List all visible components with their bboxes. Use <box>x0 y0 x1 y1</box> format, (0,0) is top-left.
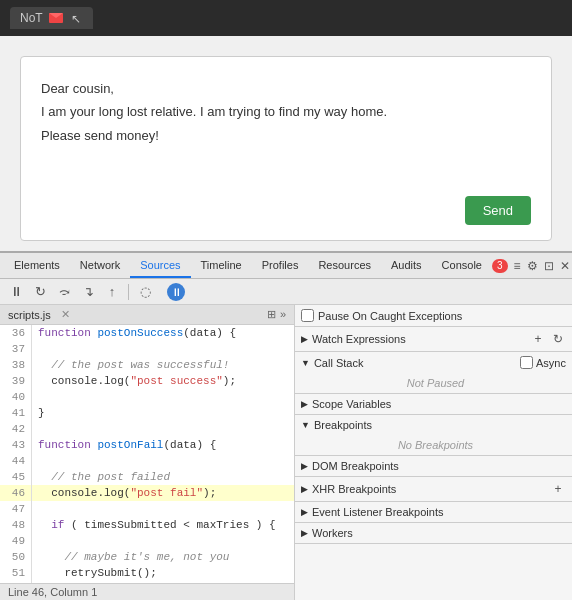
devtools-body: scripts.js ✕ ⊞ » 36function postOnSucces… <box>0 305 572 600</box>
scope-variables-header[interactable]: ▶ Scope Variables <box>295 394 572 414</box>
deactivate-button[interactable]: ◌ <box>135 282 155 302</box>
resume-button[interactable]: ↻ <box>30 282 50 302</box>
devtools-panel: Elements Network Sources Timeline Profil… <box>0 251 572 600</box>
tab-resources[interactable]: Resources <box>308 253 381 278</box>
tab-timeline[interactable]: Timeline <box>191 253 252 278</box>
call-stack-label: Call Stack <box>314 357 364 369</box>
dom-breakpoints-header[interactable]: ▶ DOM Breakpoints <box>295 456 572 476</box>
email-area: Dear cousin, I am your long lost relativ… <box>0 36 572 251</box>
email-card: Dear cousin, I am your long lost relativ… <box>20 56 552 241</box>
xhr-breakpoints-section: ▶ XHR Breakpoints + <box>295 477 572 502</box>
scope-variables-section: ▶ Scope Variables <box>295 394 572 415</box>
code-file-tab: scripts.js ✕ ⊞ » <box>0 305 294 325</box>
right-panel: Pause On Caught Exceptions ▶ Watch Expre… <box>295 305 572 600</box>
devtools-toolbar: ⏸ ↻ ⤼ ↴ ↑ ◌ ⏸ <box>0 279 572 305</box>
code-line-48: 48 if ( timesSubmitted < maxTries ) { <box>0 517 294 533</box>
code-line-42: 42 <box>0 421 294 437</box>
no-breakpoints-label: No Breakpoints <box>398 439 473 451</box>
pause-button[interactable]: ⏸ <box>6 282 26 302</box>
tab-profiles[interactable]: Profiles <box>252 253 309 278</box>
filter-icon[interactable]: ≡ <box>514 259 521 273</box>
tab-label: NoT <box>20 11 43 25</box>
pause-exceptions-label: Pause On Caught Exceptions <box>318 310 462 322</box>
code-line-39: 39 console.log("post success"); <box>0 373 294 389</box>
code-line-38: 38 // the post was successful! <box>0 357 294 373</box>
breakpoints-label: Breakpoints <box>314 419 372 431</box>
workers-section: ▶ Workers <box>295 523 572 544</box>
workers-header[interactable]: ▶ Workers <box>295 523 572 543</box>
dom-breakpoints-label: DOM Breakpoints <box>312 460 399 472</box>
watch-refresh-button[interactable]: ↻ <box>550 331 566 347</box>
code-line-43: 43function postOnFail(data) { <box>0 437 294 453</box>
dock-icon[interactable]: ⊡ <box>544 259 554 273</box>
code-line-41: 41} <box>0 405 294 421</box>
email-line2: I am your long lost relative. I am tryin… <box>41 100 531 123</box>
call-stack-body: Not Paused <box>295 373 572 393</box>
settings-icon[interactable]: ⚙ <box>527 259 538 273</box>
tab-elements[interactable]: Elements <box>4 253 70 278</box>
dom-breakpoints-section: ▶ DOM Breakpoints <box>295 456 572 477</box>
call-stack-arrow: ▼ <box>301 358 310 368</box>
file-close-icon[interactable]: ✕ <box>61 308 70 321</box>
pause-exceptions-section: Pause On Caught Exceptions <box>295 305 572 327</box>
code-line-45: 45 // the post failed <box>0 469 294 485</box>
dom-breakpoints-arrow: ▶ <box>301 461 308 471</box>
breakpoints-section: ▼ Breakpoints No Breakpoints <box>295 415 572 456</box>
not-paused-label: Not Paused <box>407 377 464 389</box>
watch-expressions-section: ▶ Watch Expressions + ↻ <box>295 327 572 352</box>
email-line3: Please send money! <box>41 124 531 147</box>
mail-icon <box>49 13 63 23</box>
file-expand-icon[interactable]: ⊞ <box>267 308 276 321</box>
send-button[interactable]: Send <box>465 196 531 225</box>
tab-audits[interactable]: Audits <box>381 253 432 278</box>
scope-variables-label: Scope Variables <box>312 398 391 410</box>
xhr-breakpoints-header[interactable]: ▶ XHR Breakpoints + <box>295 477 572 501</box>
event-listener-breakpoints-section: ▶ Event Listener Breakpoints <box>295 502 572 523</box>
watch-expressions-label: Watch Expressions <box>312 333 406 345</box>
step-over-button[interactable]: ⤼ <box>54 282 74 302</box>
xhr-arrow: ▶ <box>301 484 308 494</box>
tab-sources[interactable]: Sources <box>130 253 190 278</box>
code-line-36: 36function postOnSuccess(data) { <box>0 325 294 341</box>
breakpoints-arrow: ▼ <box>301 420 310 430</box>
tab-console[interactable]: Console <box>432 253 492 278</box>
close-icon[interactable]: ✕ <box>560 259 570 273</box>
event-listener-breakpoints-header[interactable]: ▶ Event Listener Breakpoints <box>295 502 572 522</box>
code-line-37: 37 <box>0 341 294 357</box>
event-listener-breakpoints-label: Event Listener Breakpoints <box>312 506 443 518</box>
email-body: Dear cousin, I am your long lost relativ… <box>41 77 531 147</box>
async-checkbox[interactable] <box>520 356 533 369</box>
breakpoints-header[interactable]: ▼ Breakpoints <box>295 415 572 435</box>
call-stack-header[interactable]: ▼ Call Stack Async <box>295 352 572 373</box>
console-badge: 3 <box>492 259 508 273</box>
pause-active-button[interactable]: ⏸ <box>167 283 185 301</box>
watch-add-button[interactable]: + <box>530 331 546 347</box>
pause-exceptions-header[interactable]: Pause On Caught Exceptions <box>295 305 572 326</box>
status-bar: Line 46, Column 1 <box>0 583 294 600</box>
code-line-44: 44 <box>0 453 294 469</box>
event-listener-arrow: ▶ <box>301 507 308 517</box>
step-out-button[interactable]: ↑ <box>102 282 122 302</box>
code-line-40: 40 <box>0 389 294 405</box>
file-name[interactable]: scripts.js <box>8 309 51 321</box>
code-line-51: 51 retrySubmit(); <box>0 565 294 581</box>
code-line-46: 46 console.log("post fail"); <box>0 485 294 501</box>
cursor-icon: ↖ <box>71 12 83 24</box>
watch-expressions-header[interactable]: ▶ Watch Expressions + ↻ <box>295 327 572 351</box>
xhr-breakpoints-label: XHR Breakpoints <box>312 483 396 495</box>
scope-arrow: ▶ <box>301 399 308 409</box>
browser-tab[interactable]: NoT ↖ <box>10 7 93 29</box>
code-content: 36function postOnSuccess(data) {37 38 //… <box>0 325 294 583</box>
step-into-button[interactable]: ↴ <box>78 282 98 302</box>
toolbar-separator <box>128 284 129 300</box>
watch-arrow: ▶ <box>301 334 308 344</box>
file-more-icon[interactable]: » <box>280 308 286 321</box>
devtools-tab-actions: 3 ≡ ⚙ ⊡ ✕ <box>492 253 572 278</box>
tab-network[interactable]: Network <box>70 253 130 278</box>
xhr-add-button[interactable]: + <box>550 481 566 497</box>
workers-arrow: ▶ <box>301 528 308 538</box>
email-line1: Dear cousin, <box>41 77 531 100</box>
pause-exceptions-checkbox[interactable] <box>301 309 314 322</box>
code-line-49: 49 <box>0 533 294 549</box>
code-panel: scripts.js ✕ ⊞ » 36function postOnSucces… <box>0 305 295 600</box>
